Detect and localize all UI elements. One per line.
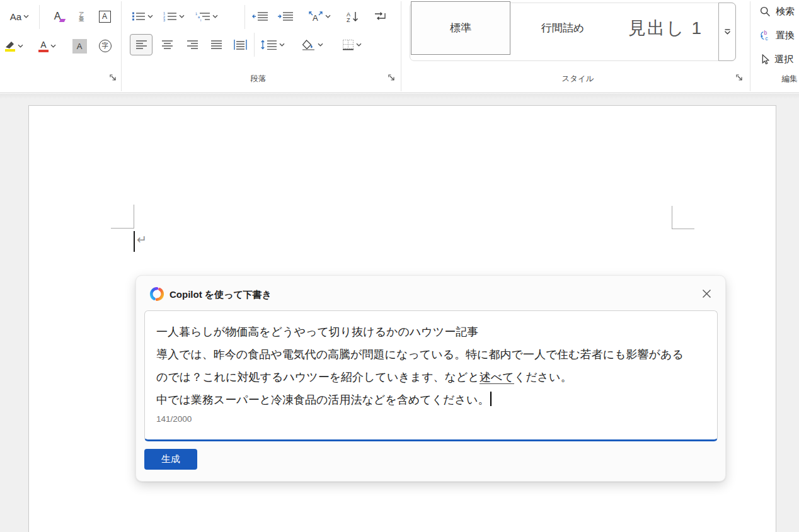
style-item-heading1[interactable]: 見出し 1 xyxy=(615,1,716,55)
borders-icon xyxy=(342,39,354,50)
show-formatting-marks-button[interactable] xyxy=(369,6,392,26)
text-highlight-color-button[interactable] xyxy=(0,35,28,57)
justify-button[interactable] xyxy=(205,35,227,55)
paragraph-dialog-launcher[interactable] xyxy=(386,72,397,83)
generate-button[interactable]: 生成 xyxy=(144,449,197,470)
character-shading-button[interactable]: A xyxy=(69,35,89,57)
align-left-icon xyxy=(135,40,147,50)
dialog-launcher-icon xyxy=(388,74,396,82)
select-button[interactable]: 選択 xyxy=(760,54,793,65)
shading-button[interactable] xyxy=(296,35,329,55)
dialog-title: Copilot を使って下書き xyxy=(170,289,272,301)
select-label: 選択 xyxy=(774,54,793,65)
font-dialog-launcher[interactable] xyxy=(107,72,118,83)
distribute-icon xyxy=(234,40,247,50)
character-border-icon: A xyxy=(99,11,111,23)
close-button[interactable] xyxy=(698,285,715,302)
increase-indent-button[interactable] xyxy=(275,6,296,26)
formatting-marks-icon xyxy=(374,12,387,21)
enclose-characters-button[interactable]: 字 xyxy=(95,35,116,57)
paragraph-group-label: 段落 xyxy=(126,74,391,84)
replace-button[interactable]: b c 置換 xyxy=(760,30,795,42)
clear-formatting-icon: A xyxy=(54,11,61,21)
bullets-icon xyxy=(132,11,146,21)
clear-formatting-button[interactable]: A xyxy=(45,5,69,28)
change-case-glyph: Aa xyxy=(10,12,21,21)
phonetic-guide-button[interactable]: ア 亜 xyxy=(72,5,91,28)
prompt-textarea[interactable]: 一人暮らしが物価高をどうやって切り抜けるかのハウツー記事 導入では、昨今の食品や… xyxy=(144,310,718,441)
highlighter-icon xyxy=(4,40,16,52)
distribute-button[interactable] xyxy=(229,35,251,55)
ribbon: Aa A ア 亜 A A xyxy=(0,0,799,93)
numbering-button[interactable]: 1 2 3 xyxy=(160,6,188,26)
svg-text:1: 1 xyxy=(195,12,197,16)
chevron-down-icon xyxy=(318,43,323,47)
prompt-line-2: 導入では、昨今の食品や電気代の高騰が問題になっている。特に都内で一人で住む若者に… xyxy=(156,343,706,366)
dialog-launcher-icon xyxy=(735,74,744,82)
svg-text:A: A xyxy=(313,13,318,22)
borders-button[interactable] xyxy=(335,35,368,55)
svg-text:3: 3 xyxy=(163,18,165,21)
svg-text:i: i xyxy=(200,18,201,21)
multilevel-list-icon: 1 a i xyxy=(195,11,210,21)
close-icon xyxy=(702,289,711,298)
svg-text:Z: Z xyxy=(347,17,350,23)
copilot-logo-icon xyxy=(149,286,164,304)
prompt-line-4: 中では業務スーパーと冷凍食品の活用法などを含めてください。 xyxy=(156,388,706,411)
increase-indent-icon xyxy=(277,11,294,21)
select-arrow-icon xyxy=(760,54,769,65)
chevron-down-icon xyxy=(147,14,153,18)
prompt-line-3: のでは？これに対処するハウツーを紹介していきます、などと述べてください。 xyxy=(156,366,706,388)
asian-layout-icon: A xyxy=(308,11,323,22)
proofing-underlined-text: 述べて xyxy=(480,371,514,384)
style-item-normal[interactable]: 標準 xyxy=(411,1,510,55)
dialog-launcher-icon xyxy=(109,74,117,82)
paint-bucket-icon xyxy=(302,40,316,50)
chevron-down-icon xyxy=(212,14,218,18)
group-divider xyxy=(401,1,401,91)
prompt-line-1: 一人暮らしが物価高をどうやって切り抜けるかのハウツー記事 xyxy=(156,320,706,343)
paragraph-mark: ↵ xyxy=(137,234,147,246)
decrease-indent-icon xyxy=(252,11,268,21)
svg-text:A: A xyxy=(347,11,350,17)
bullets-button[interactable] xyxy=(129,6,156,26)
find-label: 検索 xyxy=(776,6,795,18)
chevron-down-icon xyxy=(18,44,23,48)
align-right-icon xyxy=(187,40,198,50)
font-color-icon: A xyxy=(38,40,49,52)
character-shading-icon: A xyxy=(72,39,87,54)
text-cursor xyxy=(490,392,491,406)
decrease-indent-button[interactable] xyxy=(250,6,271,26)
replace-label: 置換 xyxy=(776,30,795,42)
group-divider xyxy=(750,1,750,91)
numbering-icon: 1 2 3 xyxy=(163,11,177,21)
find-button[interactable]: 検索 xyxy=(760,6,795,18)
chevron-down-icon xyxy=(279,43,285,47)
align-left-button[interactable] xyxy=(130,34,152,55)
asian-layout-button[interactable]: A xyxy=(304,6,335,26)
text-boundary-mark-right xyxy=(672,206,694,229)
line-spacing-icon xyxy=(261,40,277,50)
character-border-button[interactable]: A xyxy=(95,5,115,28)
text-boundary-mark-left xyxy=(111,205,134,229)
style-gallery-more-button[interactable] xyxy=(718,3,736,61)
align-center-icon xyxy=(161,40,173,50)
phonetic-guide-icon: ア 亜 xyxy=(79,11,84,22)
group-divider xyxy=(121,1,122,91)
replace-icon: b c xyxy=(760,30,771,41)
change-case-button[interactable]: Aa xyxy=(4,6,35,26)
chevron-down-icon xyxy=(356,43,362,47)
line-spacing-button[interactable] xyxy=(258,35,288,55)
document-text-cursor xyxy=(134,231,135,252)
align-right-button[interactable] xyxy=(181,35,203,55)
justify-icon xyxy=(210,40,222,50)
sort-button[interactable]: A Z xyxy=(340,6,364,26)
style-group-label: スタイル xyxy=(406,74,750,84)
style-dialog-launcher[interactable] xyxy=(733,72,745,83)
gallery-more-icon xyxy=(724,29,731,35)
align-center-button[interactable] xyxy=(156,35,178,55)
divider xyxy=(39,5,40,29)
multilevel-list-button[interactable]: 1 a i xyxy=(192,6,222,26)
font-color-button[interactable]: A xyxy=(33,35,62,57)
style-item-no-spacing[interactable]: 行間詰め xyxy=(513,1,612,55)
